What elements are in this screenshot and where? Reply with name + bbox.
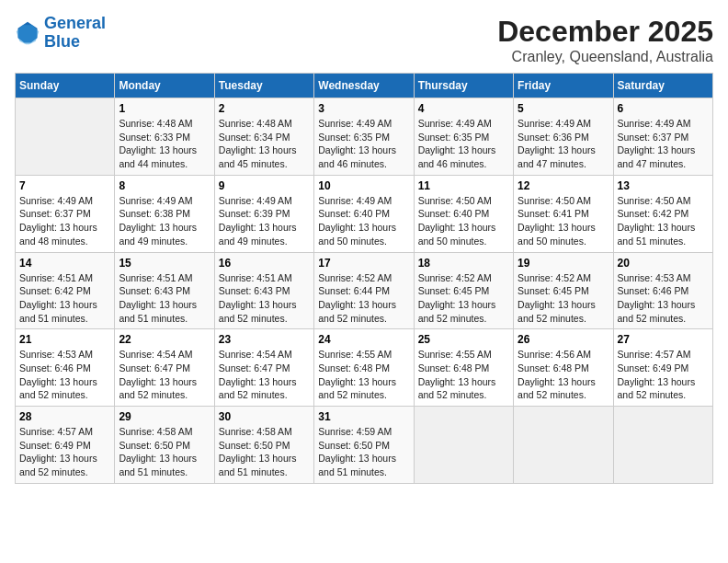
calendar-cell: 13Sunrise: 4:50 AMSunset: 6:42 PMDayligh… [613, 175, 712, 252]
day-number: 30 [219, 410, 310, 423]
weekday-header-monday: Monday [115, 74, 214, 98]
day-info: Sunrise: 4:58 AMSunset: 6:50 PMDaylight:… [119, 425, 210, 479]
day-info: Sunrise: 4:50 AMSunset: 6:41 PMDaylight:… [518, 194, 609, 248]
calendar-cell: 2Sunrise: 4:48 AMSunset: 6:34 PMDaylight… [214, 98, 313, 176]
day-number: 7 [19, 179, 110, 192]
weekday-header-saturday: Saturday [613, 74, 712, 98]
day-info: Sunrise: 4:49 AMSunset: 6:38 PMDaylight:… [119, 194, 210, 248]
day-info: Sunrise: 4:55 AMSunset: 6:48 PMDaylight:… [418, 348, 509, 402]
day-number: 2 [219, 102, 310, 115]
day-number: 5 [518, 102, 609, 115]
logo-line2: Blue [44, 32, 80, 51]
calendar-cell: 15Sunrise: 4:51 AMSunset: 6:43 PMDayligh… [115, 252, 214, 329]
calendar-cell: 20Sunrise: 4:53 AMSunset: 6:46 PMDayligh… [613, 252, 712, 329]
calendar-cell: 27Sunrise: 4:57 AMSunset: 6:49 PMDayligh… [613, 329, 712, 407]
day-number: 10 [318, 179, 409, 192]
day-number: 31 [318, 410, 409, 423]
day-info: Sunrise: 4:49 AMSunset: 6:39 PMDaylight:… [219, 194, 310, 248]
day-info: Sunrise: 4:50 AMSunset: 6:40 PMDaylight:… [418, 194, 509, 248]
calendar-cell: 6Sunrise: 4:49 AMSunset: 6:37 PMDaylight… [613, 98, 712, 176]
logo-text: General Blue [44, 15, 106, 52]
calendar-week-row: 14Sunrise: 4:51 AMSunset: 6:42 PMDayligh… [16, 252, 713, 329]
calendar-cell: 29Sunrise: 4:58 AMSunset: 6:50 PMDayligh… [115, 407, 214, 484]
day-number: 23 [219, 333, 310, 346]
day-number: 22 [119, 333, 210, 346]
day-number: 18 [418, 257, 509, 270]
title-area: December 2025 Cranley, Queensland, Austr… [497, 15, 713, 65]
day-info: Sunrise: 4:52 AMSunset: 6:45 PMDaylight:… [518, 271, 609, 326]
calendar-table: SundayMondayTuesdayWednesdayThursdayFrid… [15, 73, 713, 484]
calendar-cell: 3Sunrise: 4:49 AMSunset: 6:35 PMDaylight… [314, 98, 414, 176]
calendar-cell: 30Sunrise: 4:58 AMSunset: 6:50 PMDayligh… [214, 407, 313, 484]
day-number: 16 [219, 257, 310, 270]
calendar-cell [613, 407, 712, 484]
calendar-cell: 25Sunrise: 4:55 AMSunset: 6:48 PMDayligh… [414, 329, 513, 407]
day-number: 11 [418, 179, 509, 192]
day-info: Sunrise: 4:51 AMSunset: 6:42 PMDaylight:… [19, 271, 110, 326]
weekday-header-sunday: Sunday [16, 74, 115, 98]
calendar-cell [414, 407, 513, 484]
day-number: 6 [618, 102, 709, 115]
calendar-cell: 22Sunrise: 4:54 AMSunset: 6:47 PMDayligh… [115, 329, 214, 407]
day-number: 21 [19, 333, 110, 346]
calendar-cell [16, 98, 115, 176]
calendar-cell [514, 407, 613, 484]
weekday-header-thursday: Thursday [414, 74, 513, 98]
day-info: Sunrise: 4:53 AMSunset: 6:46 PMDaylight:… [19, 348, 110, 402]
month-title: December 2025 [497, 15, 713, 49]
day-info: Sunrise: 4:49 AMSunset: 6:35 PMDaylight:… [318, 117, 409, 171]
day-number: 13 [618, 179, 709, 192]
day-number: 12 [518, 179, 609, 192]
calendar-cell: 14Sunrise: 4:51 AMSunset: 6:42 PMDayligh… [16, 252, 115, 329]
day-number: 17 [318, 257, 409, 270]
day-info: Sunrise: 4:52 AMSunset: 6:45 PMDaylight:… [418, 271, 509, 326]
day-number: 14 [19, 257, 110, 270]
day-info: Sunrise: 4:54 AMSunset: 6:47 PMDaylight:… [219, 348, 310, 402]
calendar-cell: 11Sunrise: 4:50 AMSunset: 6:40 PMDayligh… [414, 175, 513, 252]
calendar-cell: 19Sunrise: 4:52 AMSunset: 6:45 PMDayligh… [514, 252, 613, 329]
day-number: 26 [518, 333, 609, 346]
day-number: 24 [318, 333, 409, 346]
calendar-cell: 23Sunrise: 4:54 AMSunset: 6:47 PMDayligh… [214, 329, 313, 407]
calendar-cell: 5Sunrise: 4:49 AMSunset: 6:36 PMDaylight… [514, 98, 613, 176]
day-info: Sunrise: 4:58 AMSunset: 6:50 PMDaylight:… [219, 425, 310, 479]
day-number: 3 [318, 102, 409, 115]
day-number: 9 [219, 179, 310, 192]
day-info: Sunrise: 4:49 AMSunset: 6:40 PMDaylight:… [318, 194, 409, 248]
day-number: 1 [119, 102, 210, 115]
calendar-cell: 24Sunrise: 4:55 AMSunset: 6:48 PMDayligh… [314, 329, 414, 407]
day-info: Sunrise: 4:48 AMSunset: 6:33 PMDaylight:… [119, 117, 210, 171]
calendar-cell: 12Sunrise: 4:50 AMSunset: 6:41 PMDayligh… [514, 175, 613, 252]
day-number: 19 [518, 257, 609, 270]
page-header: General Blue December 2025 Cranley, Quee… [15, 15, 713, 65]
day-info: Sunrise: 4:52 AMSunset: 6:44 PMDaylight:… [318, 271, 409, 326]
logo: General Blue [15, 15, 106, 52]
weekday-header-friday: Friday [514, 74, 613, 98]
calendar-cell: 9Sunrise: 4:49 AMSunset: 6:39 PMDaylight… [214, 175, 313, 252]
calendar-week-row: 21Sunrise: 4:53 AMSunset: 6:46 PMDayligh… [16, 329, 713, 407]
day-info: Sunrise: 4:59 AMSunset: 6:50 PMDaylight:… [318, 425, 409, 479]
calendar-cell: 18Sunrise: 4:52 AMSunset: 6:45 PMDayligh… [414, 252, 513, 329]
day-info: Sunrise: 4:56 AMSunset: 6:48 PMDaylight:… [518, 348, 609, 402]
weekday-header-row: SundayMondayTuesdayWednesdayThursdayFrid… [16, 74, 713, 98]
weekday-header-wednesday: Wednesday [314, 74, 414, 98]
day-number: 25 [418, 333, 509, 346]
day-info: Sunrise: 4:49 AMSunset: 6:35 PMDaylight:… [418, 117, 509, 171]
calendar-cell: 4Sunrise: 4:49 AMSunset: 6:35 PMDaylight… [414, 98, 513, 176]
calendar-week-row: 28Sunrise: 4:57 AMSunset: 6:49 PMDayligh… [16, 407, 713, 484]
day-number: 20 [618, 257, 709, 270]
day-info: Sunrise: 4:51 AMSunset: 6:43 PMDaylight:… [119, 271, 210, 326]
day-number: 29 [119, 410, 210, 423]
day-info: Sunrise: 4:55 AMSunset: 6:48 PMDaylight:… [318, 348, 409, 402]
calendar-cell: 10Sunrise: 4:49 AMSunset: 6:40 PMDayligh… [314, 175, 414, 252]
logo-icon [15, 20, 40, 46]
calendar-cell: 17Sunrise: 4:52 AMSunset: 6:44 PMDayligh… [314, 252, 414, 329]
day-info: Sunrise: 4:57 AMSunset: 6:49 PMDaylight:… [19, 425, 110, 479]
day-info: Sunrise: 4:49 AMSunset: 6:37 PMDaylight:… [19, 194, 110, 248]
calendar-cell: 16Sunrise: 4:51 AMSunset: 6:43 PMDayligh… [214, 252, 313, 329]
day-info: Sunrise: 4:49 AMSunset: 6:37 PMDaylight:… [618, 117, 709, 171]
calendar-week-row: 1Sunrise: 4:48 AMSunset: 6:33 PMDaylight… [16, 98, 713, 176]
day-number: 8 [119, 179, 210, 192]
location-title: Cranley, Queensland, Australia [497, 49, 713, 65]
day-number: 4 [418, 102, 509, 115]
